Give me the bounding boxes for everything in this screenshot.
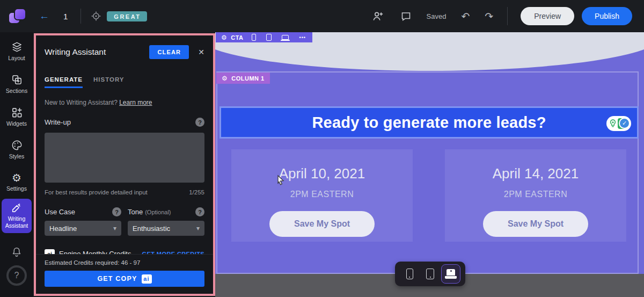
sidebar-item-widgets[interactable]: Widgets xyxy=(0,106,33,127)
use-case-select[interactable]: Headline ▾ xyxy=(45,221,121,236)
undo-icon[interactable]: ↶ xyxy=(461,11,470,21)
sidebar-item-label: Sections xyxy=(6,88,27,94)
sidebar-item-settings[interactable]: ⚙ Settings xyxy=(0,172,33,192)
sidebar-item-label: Widgets xyxy=(6,120,27,127)
leadmeter-score-badge[interactable]: GREAT xyxy=(107,11,147,21)
credits-estimate: Estimated Credits required: 46 - 97 xyxy=(45,259,204,266)
event-time: 2PM EASTERN xyxy=(504,190,567,199)
lightbulb-icon xyxy=(609,119,617,128)
panel-tabs: GENERATE HISTORY xyxy=(45,76,204,88)
desktop-view-icon[interactable] xyxy=(282,35,289,40)
topbar-actions: Saved ↶ ↷ Preview Publish xyxy=(356,7,632,25)
device-mobile-button[interactable] xyxy=(400,264,419,284)
leadmeter-suggestion-badge[interactable]: ✓ xyxy=(606,116,631,131)
tone-optional-label: (Optional) xyxy=(145,209,171,215)
bell-icon xyxy=(11,246,23,258)
device-desktop-button[interactable] xyxy=(441,264,460,284)
share-person-add-icon[interactable] xyxy=(372,10,384,23)
event-date: April 10, 2021 xyxy=(279,165,365,182)
sidebar-item-label: Settings xyxy=(6,185,27,192)
tone-select[interactable]: Enthusiastic ▾ xyxy=(128,221,204,236)
learn-more-link[interactable]: Learn more xyxy=(119,99,152,106)
mobile-view-icon[interactable] xyxy=(252,34,256,41)
divider xyxy=(80,9,81,24)
top-toolbar: ← 1 GREAT Saved ↶ ↷ Preview Publish xyxy=(0,0,644,32)
char-counter: 1/255 xyxy=(189,189,204,195)
mouse-cursor xyxy=(276,175,286,185)
tone-value: Enthusiastic xyxy=(133,224,196,233)
intro-text: New to Writing Assistant? Learn more xyxy=(45,99,204,106)
layers-icon xyxy=(11,41,23,53)
widgets-icon xyxy=(11,106,23,119)
writeup-hint: For best results provide detailed input xyxy=(45,189,148,195)
palette-icon xyxy=(11,139,23,151)
tablet-icon xyxy=(426,269,434,279)
leadmeter-target-icon[interactable] xyxy=(91,11,101,21)
page-number: 1 xyxy=(63,12,68,21)
page-canvas: ⚙ CTA ••• ⚙ COLUMN 1 Ready to generate m… xyxy=(215,32,644,297)
ai-engine-icon: ai xyxy=(142,274,152,284)
publish-button[interactable]: Publish xyxy=(582,7,632,25)
writing-assistant-panel: Writing Assistant CLEAR ✕ GENERATE HISTO… xyxy=(34,33,215,296)
left-sidebar: Layout Sections Widgets Styles ⚙ Setting… xyxy=(0,32,33,297)
chevron-down-icon: ▾ xyxy=(196,224,200,232)
sidebar-item-label: Writing Assistant xyxy=(3,215,31,229)
writeup-label: Write-up xyxy=(45,118,71,126)
sidebar-item-writing-assistant[interactable]: Writing Assistant xyxy=(2,199,32,233)
sidebar-item-label: Layout xyxy=(8,55,25,61)
sections-icon xyxy=(11,74,23,86)
logo-shape xyxy=(15,9,25,19)
help-button[interactable]: ? xyxy=(6,265,27,286)
panel-footer: Estimated Credits required: 46 - 97 GET … xyxy=(36,254,213,294)
close-icon[interactable]: ✕ xyxy=(198,48,204,56)
tone-help-icon[interactable]: ? xyxy=(195,207,204,216)
app-logo[interactable] xyxy=(9,8,25,24)
intro-question: New to Writing Assistant? xyxy=(45,99,119,106)
clear-button[interactable]: CLEAR xyxy=(149,45,189,59)
more-options-icon[interactable]: ••• xyxy=(299,35,306,40)
preview-button[interactable]: Preview xyxy=(521,7,574,25)
mobile-icon xyxy=(406,269,413,279)
tone-label: Tone xyxy=(128,208,143,216)
redo-icon[interactable]: ↷ xyxy=(485,11,493,21)
laptop-icon xyxy=(445,269,457,279)
check-icon: ✓ xyxy=(619,118,630,129)
gear-icon[interactable]: ⚙ xyxy=(221,34,227,41)
tab-history[interactable]: HISTORY xyxy=(93,76,124,88)
save-my-spot-button[interactable]: Save My Spot xyxy=(269,211,375,237)
notifications-button[interactable] xyxy=(0,246,33,258)
event-card[interactable]: April 10, 2021 2PM EASTERN Save My Spot xyxy=(231,149,413,242)
comments-icon[interactable] xyxy=(400,11,412,22)
get-copy-label: GET COPY xyxy=(97,275,137,282)
panel-title: Writing Assistant xyxy=(45,47,149,57)
divider xyxy=(507,7,508,25)
sidebar-item-sections[interactable]: Sections xyxy=(0,74,33,94)
use-case-value: Headline xyxy=(49,224,113,233)
headline-widget[interactable]: Ready to generate more leads? ✓ xyxy=(219,106,639,139)
tab-generate[interactable]: GENERATE xyxy=(45,76,83,88)
cta-section-toolbar[interactable]: ⚙ CTA ••• xyxy=(216,32,312,42)
section-label: CTA xyxy=(231,34,243,41)
writeup-help-icon[interactable]: ? xyxy=(195,118,204,127)
use-case-label: Use Case xyxy=(45,208,75,216)
column-label-chip[interactable]: ⚙ COLUMN 1 xyxy=(216,73,270,84)
save-status: Saved xyxy=(427,12,447,20)
gear-icon: ⚙ xyxy=(12,172,21,184)
get-copy-button[interactable]: GET COPY ai xyxy=(45,271,204,287)
event-card[interactable]: April 14, 2021 2PM EASTERN Save My Spot xyxy=(445,149,626,242)
question-icon: ? xyxy=(14,271,19,280)
save-my-spot-button[interactable]: Save My Spot xyxy=(483,211,588,237)
chevron-down-icon: ▾ xyxy=(113,224,116,232)
device-tablet-button[interactable] xyxy=(421,264,440,284)
sidebar-item-styles[interactable]: Styles xyxy=(0,139,33,160)
tablet-view-icon[interactable] xyxy=(266,34,272,41)
back-button[interactable]: ← xyxy=(39,10,49,22)
writeup-input[interactable] xyxy=(45,133,204,183)
gear-icon[interactable]: ⚙ xyxy=(222,75,228,82)
use-case-help-icon[interactable]: ? xyxy=(112,207,121,216)
device-preview-toolbar xyxy=(395,262,465,286)
event-time: 2PM EASTERN xyxy=(290,190,354,199)
sidebar-item-layout[interactable]: Layout xyxy=(0,41,33,61)
magic-pen-icon xyxy=(11,202,23,214)
event-date: April 14, 2021 xyxy=(493,165,579,182)
